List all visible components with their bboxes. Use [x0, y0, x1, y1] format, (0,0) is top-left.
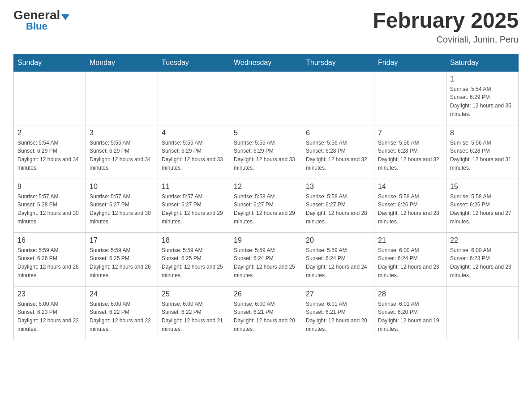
calendar-cell-w1-d6 — [374, 71, 446, 125]
day-number: 16 — [17, 236, 82, 244]
day-info: Sunrise: 6:00 AM Sunset: 6:22 PM Dayligh… — [162, 300, 226, 333]
day-info: Sunrise: 5:59 AM Sunset: 6:26 PM Dayligh… — [17, 246, 82, 279]
day-number: 1 — [450, 75, 515, 83]
calendar-cell-w1-d7: 1Sunrise: 5:54 AM Sunset: 6:29 PM Daylig… — [446, 71, 519, 125]
title-block: February 2025 Coviriali, Junin, Peru — [373, 9, 519, 45]
day-info: Sunrise: 5:57 AM Sunset: 6:27 PM Dayligh… — [90, 193, 154, 226]
logo: General Blue — [13, 9, 69, 31]
day-number: 22 — [450, 236, 515, 244]
calendar-cell-w4-d3: 18Sunrise: 5:59 AM Sunset: 6:25 PM Dayli… — [158, 232, 230, 286]
calendar-cell-w5-d4: 26Sunrise: 6:00 AM Sunset: 6:21 PM Dayli… — [230, 286, 302, 340]
calendar-cell-w4-d5: 20Sunrise: 5:59 AM Sunset: 6:24 PM Dayli… — [302, 232, 374, 286]
calendar-cell-w1-d5 — [302, 71, 374, 125]
day-number: 26 — [234, 290, 298, 298]
calendar-cell-w3-d7: 15Sunrise: 5:58 AM Sunset: 6:26 PM Dayli… — [446, 179, 519, 232]
day-info: Sunrise: 5:54 AM Sunset: 6:29 PM Dayligh… — [450, 85, 515, 118]
day-number: 10 — [90, 183, 154, 191]
day-number: 17 — [90, 236, 154, 244]
calendar-week-3: 9Sunrise: 5:57 AM Sunset: 6:28 PM Daylig… — [14, 179, 519, 232]
calendar-cell-w2-d5: 6Sunrise: 5:56 AM Sunset: 6:28 PM Daylig… — [302, 125, 374, 179]
calendar-week-1: 1Sunrise: 5:54 AM Sunset: 6:29 PM Daylig… — [14, 71, 519, 125]
calendar-cell-w3-d4: 12Sunrise: 5:58 AM Sunset: 6:27 PM Dayli… — [230, 179, 302, 232]
page-header: General Blue February 2025 Coviriali, Ju… — [13, 9, 519, 45]
calendar-week-5: 23Sunrise: 6:00 AM Sunset: 6:23 PM Dayli… — [14, 286, 519, 340]
day-number: 8 — [450, 129, 515, 137]
day-number: 9 — [17, 183, 82, 191]
calendar-cell-w4-d6: 21Sunrise: 6:00 AM Sunset: 6:24 PM Dayli… — [374, 232, 446, 286]
day-number: 5 — [234, 129, 298, 137]
calendar-cell-w4-d7: 22Sunrise: 6:00 AM Sunset: 6:23 PM Dayli… — [446, 232, 519, 286]
day-info: Sunrise: 5:55 AM Sunset: 6:29 PM Dayligh… — [234, 139, 298, 172]
calendar-cell-w2-d7: 8Sunrise: 5:56 AM Sunset: 6:28 PM Daylig… — [446, 125, 519, 179]
location-subtitle: Coviriali, Junin, Peru — [373, 34, 519, 45]
day-number: 4 — [162, 129, 226, 137]
logo-arrow-icon — [61, 14, 69, 20]
day-number: 7 — [378, 129, 442, 137]
day-info: Sunrise: 6:00 AM Sunset: 6:24 PM Dayligh… — [378, 246, 442, 279]
day-info: Sunrise: 5:58 AM Sunset: 6:26 PM Dayligh… — [450, 193, 515, 226]
day-number: 2 — [17, 129, 82, 137]
calendar-cell-w5-d1: 23Sunrise: 6:00 AM Sunset: 6:23 PM Dayli… — [14, 286, 86, 340]
logo-blue-text: Blue — [26, 21, 47, 31]
day-number: 20 — [306, 236, 370, 244]
day-info: Sunrise: 5:57 AM Sunset: 6:28 PM Dayligh… — [17, 193, 82, 226]
day-info: Sunrise: 6:00 AM Sunset: 6:23 PM Dayligh… — [450, 246, 515, 279]
calendar-cell-w4-d2: 17Sunrise: 5:59 AM Sunset: 6:25 PM Dayli… — [86, 232, 158, 286]
col-header-tuesday: Tuesday — [158, 54, 230, 71]
calendar-cell-w3-d2: 10Sunrise: 5:57 AM Sunset: 6:27 PM Dayli… — [86, 179, 158, 232]
day-number: 14 — [378, 183, 442, 191]
calendar-cell-w1-d4 — [230, 71, 302, 125]
day-number: 21 — [378, 236, 442, 244]
day-number: 18 — [162, 236, 226, 244]
day-number: 25 — [162, 290, 226, 298]
calendar-cell-w5-d6: 28Sunrise: 6:01 AM Sunset: 6:20 PM Dayli… — [374, 286, 446, 340]
col-header-wednesday: Wednesday — [230, 54, 302, 71]
day-number: 28 — [378, 290, 442, 298]
calendar-cell-w5-d5: 27Sunrise: 6:01 AM Sunset: 6:21 PM Dayli… — [302, 286, 374, 340]
calendar-cell-w3-d3: 11Sunrise: 5:57 AM Sunset: 6:27 PM Dayli… — [158, 179, 230, 232]
day-info: Sunrise: 5:59 AM Sunset: 6:25 PM Dayligh… — [162, 246, 226, 279]
day-info: Sunrise: 5:58 AM Sunset: 6:26 PM Dayligh… — [378, 193, 442, 226]
calendar-week-2: 2Sunrise: 5:54 AM Sunset: 6:29 PM Daylig… — [14, 125, 519, 179]
calendar-cell-w5-d3: 25Sunrise: 6:00 AM Sunset: 6:22 PM Dayli… — [158, 286, 230, 340]
calendar-cell-w2-d1: 2Sunrise: 5:54 AM Sunset: 6:29 PM Daylig… — [14, 125, 86, 179]
col-header-thursday: Thursday — [302, 54, 374, 71]
day-info: Sunrise: 5:59 AM Sunset: 6:24 PM Dayligh… — [234, 246, 298, 279]
calendar-cell-w1-d1 — [14, 71, 86, 125]
day-number: 12 — [234, 183, 298, 191]
day-info: Sunrise: 5:54 AM Sunset: 6:29 PM Dayligh… — [17, 139, 82, 172]
day-number: 13 — [306, 183, 370, 191]
day-number: 23 — [17, 290, 82, 298]
day-number: 15 — [450, 183, 515, 191]
calendar-cell-w3-d5: 13Sunrise: 5:58 AM Sunset: 6:27 PM Dayli… — [302, 179, 374, 232]
logo-general-text: General — [13, 9, 60, 21]
calendar-cell-w2-d3: 4Sunrise: 5:55 AM Sunset: 6:29 PM Daylig… — [158, 125, 230, 179]
calendar-cell-w2-d2: 3Sunrise: 5:55 AM Sunset: 6:29 PM Daylig… — [86, 125, 158, 179]
col-header-friday: Friday — [374, 54, 446, 71]
day-info: Sunrise: 5:59 AM Sunset: 6:24 PM Dayligh… — [306, 246, 370, 279]
calendar-cell-w2-d4: 5Sunrise: 5:55 AM Sunset: 6:29 PM Daylig… — [230, 125, 302, 179]
month-title: February 2025 — [373, 9, 519, 33]
calendar-cell-w2-d6: 7Sunrise: 5:56 AM Sunset: 6:28 PM Daylig… — [374, 125, 446, 179]
calendar-table: Sunday Monday Tuesday Wednesday Thursday… — [13, 54, 519, 340]
day-info: Sunrise: 5:56 AM Sunset: 6:28 PM Dayligh… — [378, 139, 442, 172]
col-header-sunday: Sunday — [14, 54, 86, 71]
calendar-cell-w5-d2: 24Sunrise: 6:00 AM Sunset: 6:22 PM Dayli… — [86, 286, 158, 340]
day-info: Sunrise: 5:56 AM Sunset: 6:28 PM Dayligh… — [450, 139, 515, 172]
day-number: 27 — [306, 290, 370, 298]
calendar-week-4: 16Sunrise: 5:59 AM Sunset: 6:26 PM Dayli… — [14, 232, 519, 286]
day-number: 11 — [162, 183, 226, 191]
calendar-cell-w4-d1: 16Sunrise: 5:59 AM Sunset: 6:26 PM Dayli… — [14, 232, 86, 286]
day-number: 24 — [90, 290, 154, 298]
day-info: Sunrise: 5:55 AM Sunset: 6:29 PM Dayligh… — [90, 139, 154, 172]
day-number: 19 — [234, 236, 298, 244]
day-info: Sunrise: 5:55 AM Sunset: 6:29 PM Dayligh… — [162, 139, 226, 172]
day-number: 3 — [90, 129, 154, 137]
calendar-cell-w1-d3 — [158, 71, 230, 125]
calendar-cell-w4-d4: 19Sunrise: 5:59 AM Sunset: 6:24 PM Dayli… — [230, 232, 302, 286]
day-info: Sunrise: 6:00 AM Sunset: 6:22 PM Dayligh… — [90, 300, 154, 333]
day-info: Sunrise: 5:57 AM Sunset: 6:27 PM Dayligh… — [162, 193, 226, 226]
calendar-cell-w3-d6: 14Sunrise: 5:58 AM Sunset: 6:26 PM Dayli… — [374, 179, 446, 232]
day-number: 6 — [306, 129, 370, 137]
day-info: Sunrise: 5:58 AM Sunset: 6:27 PM Dayligh… — [234, 193, 298, 226]
